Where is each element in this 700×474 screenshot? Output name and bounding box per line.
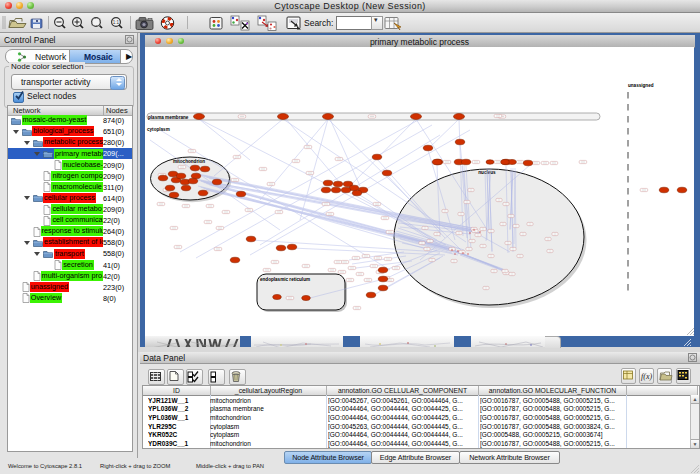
svg-text:1:1: 1:1 — [113, 20, 120, 25]
svg-text:Search:: Search: — [304, 18, 333, 28]
svg-text:f(x): f(x) — [641, 372, 652, 381]
svg-text:unassigned: unassigned — [628, 83, 654, 88]
svg-text:cytoplasm: cytoplasm — [147, 127, 170, 132]
svg-text:mitochondrion: mitochondrion — [172, 159, 204, 164]
svg-text:plasma membrane: plasma membrane — [148, 115, 189, 120]
svg-text:endoplasmic reticulum: endoplasmic reticulum — [260, 277, 310, 282]
